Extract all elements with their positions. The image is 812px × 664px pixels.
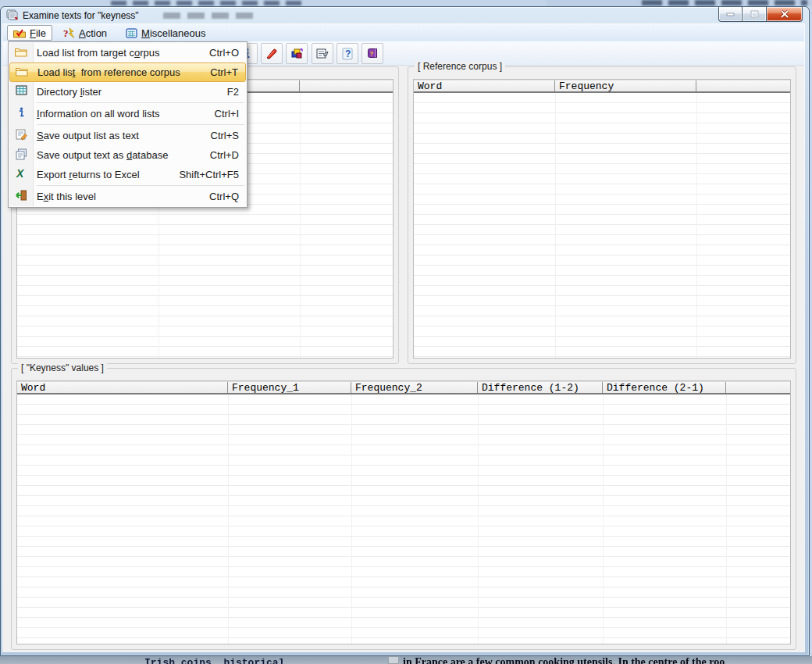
keyness-table-body[interactable] [17, 394, 790, 644]
keyness-values-panel: [ "Keyness" values ] Word Frequency_1 Fr… [11, 368, 796, 650]
column-divider [300, 93, 301, 358]
svg-text:?: ? [63, 27, 69, 39]
column-divider [603, 394, 604, 644]
screen: Irish coins, historical in France are a … [0, 0, 812, 664]
folder-open-icon [15, 66, 29, 79]
column-header-difference-2-1[interactable]: Difference (2-1) [603, 382, 726, 393]
keywords-window: Examine texts for "keyness" [0, 6, 810, 656]
menu-miscellaneous[interactable]: Miscellaneous [119, 25, 212, 41]
grid-icon [126, 28, 137, 38]
directory-icon [14, 85, 28, 98]
menu-bar: File ? Action Miscellaneous [3, 24, 804, 41]
background-text-left: Irish coins, historical [144, 657, 284, 664]
excel-icon: X [14, 168, 28, 181]
minimize-button[interactable] [718, 7, 743, 22]
toolbar-button-properties[interactable] [312, 43, 333, 64]
column-divider [351, 394, 352, 644]
column-header-blank[interactable] [696, 80, 790, 91]
reference-corpus-panel: [ Reference corpus ] Word Frequency [408, 66, 796, 364]
shortcut: Ctrl+D [210, 149, 239, 161]
column-header-frequency[interactable]: Frequency [555, 80, 696, 91]
menu-item-save-output-database[interactable]: Save output text as database Ctrl+D [9, 145, 247, 165]
column-divider [478, 394, 479, 644]
shortcut: Shift+Ctrl+F5 [179, 169, 239, 180]
column-header-frequency-1[interactable]: Frequency_1 [228, 382, 351, 393]
menu-miscellaneous-label: Miscellaneous [141, 27, 205, 39]
menu-item-directory-lister[interactable]: Directory lister F2 [9, 82, 247, 102]
background-text-right: in France are a few common cooking utens… [403, 656, 725, 664]
menu-item-save-output-text[interactable]: Save output list as text Ctrl+S [9, 126, 247, 145]
folder-open-icon [14, 47, 28, 59]
title-bar[interactable]: Examine texts for "keyness" [1, 7, 809, 23]
column-header-word[interactable]: Word [414, 80, 555, 91]
reference-corpus-table: Word Frequency [413, 79, 791, 359]
svg-text:?: ? [345, 48, 351, 59]
shortcut: Ctrl+O [209, 47, 239, 59]
column-header-blank[interactable] [300, 80, 393, 91]
menu-item-load-target-corpus[interactable]: Load list from target corpus Ctrl+O [9, 43, 247, 62]
manual-book-icon: ? [366, 48, 379, 59]
column-header-word[interactable]: Word [17, 382, 228, 393]
column-divider [726, 394, 727, 644]
keyness-table-header: Word Frequency_1 Frequency_2 Difference … [17, 381, 790, 394]
menu-item-information-word-lists[interactable]: Information on all word lists Ctrl+I [9, 104, 247, 123]
background-window-top-strip [0, 0, 812, 6]
reference-corpus-label: [ Reference corpus ] [415, 62, 505, 72]
info-icon [14, 107, 28, 121]
toolbar-button-pen[interactable] [261, 43, 283, 64]
red-pen-icon [265, 48, 279, 60]
colors-icon [290, 48, 303, 59]
shortcut: F2 [227, 86, 239, 98]
background-scrollbar-fragment [388, 656, 399, 664]
shortcut: Ctrl+I [215, 108, 239, 120]
column-header-frequency-2[interactable]: Frequency_2 [351, 382, 478, 393]
toolbar-button-manual[interactable]: ? [361, 43, 383, 64]
menu-item-load-reference-corpus[interactable]: Load list from reference corpus Ctrl+T [9, 62, 246, 82]
form-icon [316, 48, 329, 59]
app-icon [6, 9, 19, 24]
lightning-icon: ? [63, 27, 75, 39]
svg-text:X: X [16, 168, 25, 179]
blurred-background-text [642, 0, 807, 5]
menu-file[interactable]: File [7, 25, 52, 41]
toolbar-button-help[interactable]: ? [337, 43, 358, 64]
menu-item-exit-level[interactable]: Exit this level Ctrl+Q [9, 187, 247, 206]
column-divider [696, 93, 697, 358]
background-window-bottom-strip: Irish coins, historical in France are a … [0, 656, 812, 664]
save-text-icon [14, 129, 28, 143]
column-divider [555, 93, 556, 358]
caption-buttons [718, 7, 803, 22]
minimize-icon [726, 12, 735, 16]
close-icon [780, 10, 789, 18]
close-button[interactable] [766, 7, 803, 22]
svg-text:?: ? [370, 50, 374, 57]
menu-item-export-excel[interactable]: X Export returns to Excel Shift+Ctrl+F5 [9, 165, 247, 184]
reference-table-header: Word Frequency [414, 80, 790, 93]
blurred-background-text [111, 1, 308, 5]
column-header-difference-1-2[interactable]: Difference (1-2) [478, 382, 603, 393]
window-title: Examine texts for "keyness" [23, 10, 139, 21]
file-menu-dropdown: Load list from target corpus Ctrl+O Load… [8, 41, 248, 208]
shortcut: Ctrl+S [211, 130, 239, 141]
maximize-button[interactable] [743, 7, 766, 22]
database-icon [14, 148, 28, 162]
menu-action[interactable]: ? Action [57, 25, 113, 41]
keyness-table: Word Frequency_1 Frequency_2 Difference … [16, 380, 791, 644]
menu-file-label: File [30, 27, 46, 39]
help-icon: ? [342, 48, 353, 60]
maximize-icon [750, 10, 759, 18]
column-header-blank[interactable] [726, 382, 790, 393]
toolbar-button-colours[interactable] [286, 43, 308, 64]
blurred-title-text [163, 12, 258, 19]
exit-icon [14, 190, 28, 203]
shortcut: Ctrl+T [210, 66, 238, 78]
menu-action-label: Action [79, 27, 107, 39]
column-divider [228, 394, 229, 644]
keyness-values-label: [ "Keyness" values ] [18, 363, 107, 373]
folder-check-icon [13, 28, 26, 38]
client-area: File ? Action Miscellaneous [3, 24, 804, 652]
reference-table-body[interactable] [414, 93, 790, 358]
shortcut: Ctrl+Q [209, 191, 239, 202]
